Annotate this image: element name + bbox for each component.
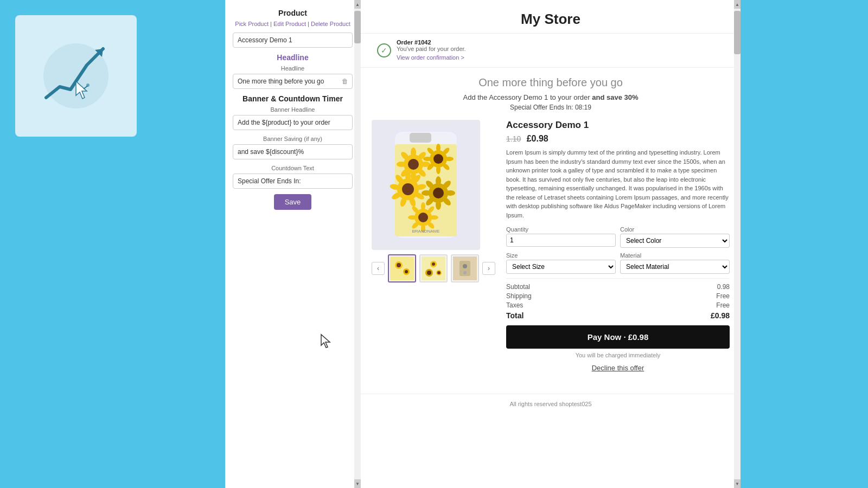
total-value: £0.98 <box>711 311 730 320</box>
preview-scrollbar[interactable]: ▲ ▼ <box>734 0 741 488</box>
svg-point-63 <box>397 263 401 267</box>
main-product-image: BRANDNAME <box>372 120 480 250</box>
svg-point-30 <box>402 183 414 195</box>
editor-scroll-up[interactable]: ▲ <box>354 0 361 9</box>
options-grid: Quantity Color Select Color Size Select … <box>506 226 730 274</box>
product-section: BRANDNAME ‹ <box>361 120 741 394</box>
size-select[interactable]: Select Size <box>506 260 616 274</box>
save-button[interactable]: Save <box>274 194 312 210</box>
svg-rect-7 <box>410 133 431 143</box>
countdown-input[interactable] <box>233 174 353 189</box>
quantity-input[interactable] <box>506 234 616 247</box>
product-image-svg: BRANDNAME <box>380 125 472 245</box>
size-group: Size Select Size <box>506 252 616 274</box>
headline-input[interactable] <box>233 74 353 89</box>
view-order-link[interactable]: View order confirmation > <box>397 54 464 61</box>
svg-point-65 <box>405 270 408 273</box>
headline-section-title: Headline <box>233 53 353 62</box>
color-label: Color <box>620 226 730 233</box>
preview-scroll-thumb[interactable] <box>734 11 741 54</box>
svg-point-25 <box>436 165 441 174</box>
material-label: Material <box>620 252 730 259</box>
subtotal-value: 0.98 <box>717 283 730 291</box>
taxes-label: Taxes <box>506 301 523 309</box>
footer-text: All rights reserved shoptest025 <box>361 394 741 414</box>
charged-text: You will be charged immediately <box>506 352 730 358</box>
price-row: 1.10 £0.98 <box>506 134 730 144</box>
svg-point-42 <box>436 176 441 186</box>
material-select[interactable]: Select Material <box>620 260 730 274</box>
shipping-label: Shipping <box>506 292 532 300</box>
svg-rect-61 <box>390 256 414 280</box>
headline-input-row: 🗑 <box>233 74 353 89</box>
svg-point-58 <box>408 215 417 220</box>
total-row: Total £0.98 <box>506 311 730 320</box>
pick-product-link[interactable]: Pick Product <box>235 21 269 27</box>
order-confirmation-bar: ✓ Order #1042 You've paid for your order… <box>361 33 741 68</box>
svg-rect-66 <box>422 256 445 280</box>
svg-text:BRANDNAME: BRANDNAME <box>412 229 439 234</box>
svg-point-17 <box>397 162 406 167</box>
thumbnail-1[interactable] <box>388 254 416 282</box>
color-select[interactable]: Select Color <box>620 234 730 248</box>
taxes-value: Free <box>716 301 730 309</box>
upsell-heading: One more thing before you go <box>361 76 741 89</box>
svg-point-20 <box>433 154 443 164</box>
preview-scroll-up[interactable]: ▲ <box>734 0 741 9</box>
product-links: Pick Product | Edit Product | Delete Pro… <box>233 21 353 27</box>
thumbnail-2[interactable] <box>419 254 448 282</box>
upsell-banner-text: Add the Accessory Demo 1 to your order a… <box>361 93 741 101</box>
banner-saving-label: Banner Saving (if any) <box>233 136 353 142</box>
thumb-next-button[interactable]: › <box>482 262 495 275</box>
svg-point-31 <box>405 171 411 182</box>
shipping-value: Free <box>716 292 730 300</box>
svg-point-21 <box>436 144 441 152</box>
quantity-group: Quantity <box>506 226 616 248</box>
edit-product-link[interactable]: Edit Product <box>273 21 306 27</box>
size-label: Size <box>506 252 616 259</box>
subtotal-label: Subtotal <box>506 283 530 291</box>
banner-headline-label: Banner Headline <box>233 106 353 113</box>
svg-point-44 <box>445 190 455 196</box>
editor-scroll-thumb[interactable] <box>354 11 361 43</box>
svg-point-48 <box>422 190 431 196</box>
preview-panel: My Store ✓ Order #1042 You've paid for y… <box>361 0 741 488</box>
order-number: Order #1042 <box>397 39 466 46</box>
trash-icon[interactable]: 🗑 <box>342 78 348 85</box>
banner-section-title: Banner & Countdown Timer <box>233 94 353 103</box>
product-name: Accessory Demo 1 <box>506 120 730 131</box>
svg-point-76 <box>463 271 467 274</box>
svg-point-23 <box>445 157 454 161</box>
taxes-row: Taxes Free <box>506 301 730 309</box>
material-group: Material Select Material <box>620 252 730 274</box>
offer-timer: Special Offer Ends In: 08:19 <box>361 104 741 111</box>
editor-panel: Product Pick Product | Edit Product | De… <box>225 0 361 488</box>
svg-point-72 <box>437 271 441 274</box>
price-sale: £0.98 <box>527 134 548 143</box>
svg-point-52 <box>421 202 425 211</box>
editor-scroll-down[interactable]: ▼ <box>354 479 361 488</box>
banner-saving-input[interactable] <box>233 144 353 159</box>
product-images: BRANDNAME ‹ <box>372 120 495 383</box>
store-name: My Store <box>361 0 741 33</box>
svg-point-41 <box>433 188 444 198</box>
svg-point-68 <box>432 262 435 266</box>
thumbnail-row: ‹ <box>372 254 495 282</box>
decline-offer-link[interactable]: Decline this offer <box>506 364 730 372</box>
product-input[interactable] <box>233 33 353 48</box>
price-original: 1.10 <box>506 134 521 143</box>
svg-point-54 <box>430 215 438 220</box>
decorative-panel <box>15 15 137 137</box>
delete-product-link[interactable]: Delete Product <box>311 21 350 27</box>
svg-point-51 <box>418 213 428 222</box>
preview-scroll-down[interactable]: ▼ <box>734 479 741 488</box>
thumbnail-3[interactable] <box>451 254 479 282</box>
thumb-prev-button[interactable]: ‹ <box>372 262 385 275</box>
headline-label: Headline <box>233 65 353 72</box>
editor-scrollbar[interactable]: ▲ ▼ <box>354 0 361 488</box>
price-summary: Subtotal 0.98 Shipping Free Taxes Free T… <box>506 278 730 320</box>
svg-point-10 <box>408 159 419 170</box>
product-details: Accessory Demo 1 1.10 £0.98 Lorem Ipsum … <box>506 120 730 383</box>
pay-now-button[interactable]: Pay Now · £0.98 <box>506 325 730 349</box>
banner-headline-input[interactable] <box>233 115 353 130</box>
